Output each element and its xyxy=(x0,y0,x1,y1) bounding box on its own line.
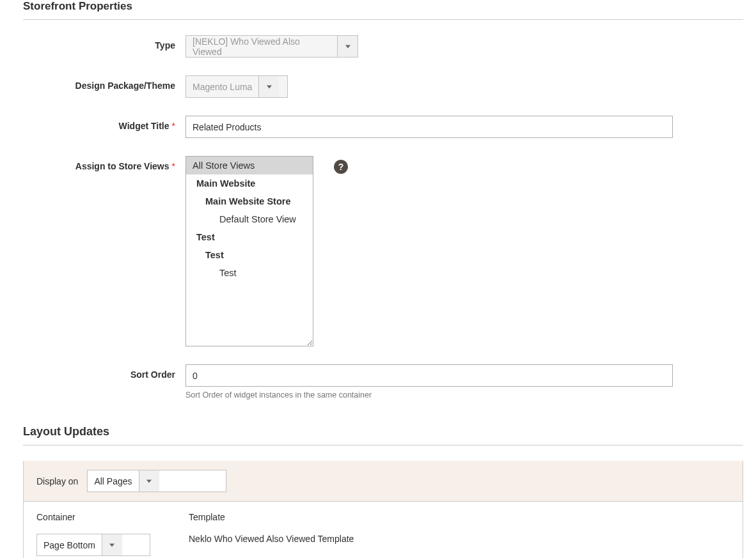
required-star: * xyxy=(172,121,175,131)
label-container: Container xyxy=(36,512,150,522)
select-container-value: Page Bottom xyxy=(37,534,102,555)
required-star: * xyxy=(172,161,175,171)
select-type: [NEKLO] Who Viewed Also Viewed xyxy=(185,35,358,58)
label-type: Type xyxy=(23,35,185,50)
store-view-option[interactable]: Main Website Store xyxy=(186,192,313,210)
text-template-value: Neklo Who Viewed Also Viewed Template xyxy=(189,534,354,544)
input-widget-title[interactable] xyxy=(185,116,673,138)
select-display-on[interactable]: All Pages xyxy=(87,470,226,492)
select-design-value: Magento Luma xyxy=(186,76,258,97)
label-design: Design Package/Theme xyxy=(23,75,185,91)
chevron-down-icon xyxy=(139,470,159,492)
section-storefront-title: Storefront Properties xyxy=(23,0,743,20)
hint-sort-order: Sort Order of widget instances in the sa… xyxy=(185,391,673,399)
listbox-store-views[interactable]: All Store ViewsMain WebsiteMain Website … xyxy=(185,156,313,346)
label-store-views: Assign to Store Views* xyxy=(23,156,185,171)
store-view-option[interactable]: All Store Views xyxy=(186,157,313,174)
label-template: Template xyxy=(189,512,354,522)
chevron-down-icon xyxy=(102,534,122,555)
layout-update-box: Display on All Pages Container Page Bott… xyxy=(23,461,743,558)
section-layout-title: Layout Updates xyxy=(23,425,743,446)
label-sort-order: Sort Order xyxy=(23,364,185,380)
select-display-on-value: All Pages xyxy=(88,470,138,492)
select-design: Magento Luma xyxy=(185,75,288,98)
label-display-on: Display on xyxy=(36,476,78,486)
input-sort-order[interactable] xyxy=(185,364,673,387)
select-type-value: [NEKLO] Who Viewed Also Viewed xyxy=(186,36,337,57)
store-view-option[interactable]: Main Website xyxy=(186,174,313,192)
store-view-option[interactable]: Test xyxy=(186,264,313,282)
store-view-option[interactable]: Default Store View xyxy=(186,210,313,228)
chevron-down-icon xyxy=(258,76,279,97)
chevron-down-icon xyxy=(337,36,358,57)
store-view-option[interactable]: Test xyxy=(186,246,313,264)
label-widget-title: Widget Title* xyxy=(23,116,185,131)
select-container[interactable]: Page Bottom xyxy=(36,534,150,556)
store-view-option[interactable]: Test xyxy=(186,228,313,246)
help-icon[interactable]: ? xyxy=(334,160,348,174)
